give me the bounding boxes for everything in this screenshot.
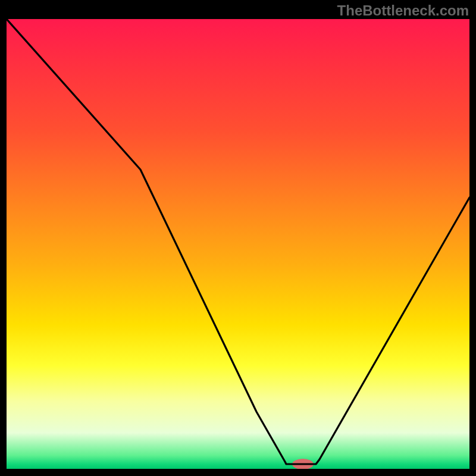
chart-frame: TheBottleneck.com bbox=[0, 0, 476, 476]
plot-area bbox=[7, 19, 469, 469]
bottleneck-curve bbox=[7, 19, 469, 464]
plot-svg bbox=[7, 19, 469, 469]
watermark-text: TheBottleneck.com bbox=[337, 2, 469, 19]
